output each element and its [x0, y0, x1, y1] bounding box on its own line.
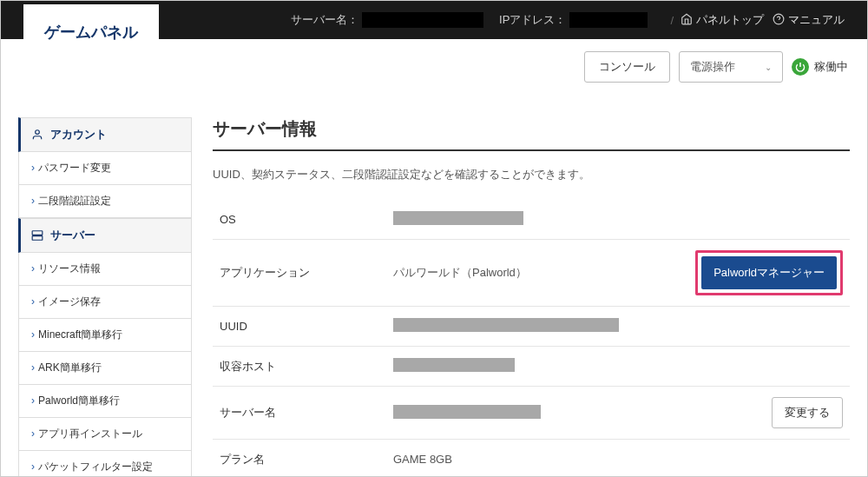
server-icon [31, 229, 43, 242]
svg-rect-4 [32, 231, 43, 235]
row-host: 収容ホスト [213, 347, 850, 387]
app-label: アプリケーション [220, 265, 393, 281]
app-value: パルワールド（Palworld） [393, 265, 695, 281]
sidebar: アカウント ›パスワード変更 ›二段階認証設定 サーバー ›リソース情報 ›イメ… [18, 117, 192, 477]
main-content: サーバー情報 UUID、契約ステータス、二段階認証設定などを確認することができま… [213, 117, 850, 477]
server-name-value-redacted [393, 405, 541, 419]
sidebar-item-packet-filter[interactable]: ›パケットフィルター設定 [18, 451, 192, 477]
sidebar-item-2fa[interactable]: ›二段階認証設定 [18, 185, 192, 218]
os-value-redacted [393, 211, 523, 225]
row-os: OS [213, 200, 850, 240]
plan-label: プラン名 [220, 452, 393, 467]
power-on-icon [792, 58, 809, 76]
logo: ゲームパネル [23, 4, 159, 60]
uuid-value-redacted [393, 318, 619, 332]
home-icon [681, 13, 693, 28]
separator: / [670, 14, 674, 27]
power-select[interactable]: 電源操作 ⌄ [679, 51, 783, 83]
svg-rect-5 [32, 236, 43, 241]
server-name-label: サーバー名： [291, 12, 358, 28]
ip-label: IPアドレス： [499, 12, 566, 28]
row-server-name: サーバー名 変更する [213, 387, 850, 440]
server-name-row-label: サーバー名 [220, 405, 393, 421]
palworld-manager-button[interactable]: Palworldマネージャー [701, 256, 837, 289]
highlight-outline: Palworldマネージャー [695, 250, 843, 295]
user-icon [31, 129, 43, 141]
change-button[interactable]: 変更する [772, 397, 843, 428]
row-plan: プラン名 GAME 8GB [213, 440, 850, 477]
page-description: UUID、契約ステータス、二段階認証設定などを確認することができます。 [213, 167, 850, 182]
status-indicator: 稼働中 [792, 58, 848, 76]
panel-top-link[interactable]: パネルトップ [696, 12, 764, 28]
sidebar-item-reinstall[interactable]: ›アプリ再インストール [18, 418, 192, 451]
svg-point-3 [36, 130, 40, 135]
sidebar-item-minecraft[interactable]: ›Minecraft簡単移行 [18, 319, 192, 352]
chevron-down-icon: ⌄ [765, 63, 772, 72]
manual-link[interactable]: マニュアル [788, 12, 845, 28]
sidebar-item-resource[interactable]: ›リソース情報 [18, 253, 192, 286]
uuid-label: UUID [220, 320, 393, 333]
sidebar-item-password[interactable]: ›パスワード変更 [18, 152, 192, 185]
sidebar-item-ark[interactable]: ›ARK簡単移行 [18, 352, 192, 385]
host-value-redacted [393, 358, 515, 372]
sidebar-header-server: サーバー [18, 218, 192, 253]
host-label: 収容ホスト [220, 359, 393, 374]
sidebar-item-image-save[interactable]: ›イメージ保存 [18, 286, 192, 319]
server-name-value-redacted [362, 12, 483, 28]
sidebar-item-palworld[interactable]: ›Palworld簡単移行 [18, 385, 192, 418]
page-title: サーバー情報 [213, 117, 850, 151]
ip-value-redacted [569, 12, 648, 28]
sidebar-header-account: アカウント [18, 117, 192, 152]
row-uuid: UUID [213, 307, 850, 347]
console-button[interactable]: コンソール [584, 51, 670, 83]
row-application: アプリケーション パルワールド（Palworld） Palworldマネージャー [213, 240, 850, 307]
help-icon [773, 13, 785, 28]
power-select-label: 電源操作 [690, 59, 735, 75]
top-header: ゲームパネル サーバー名： IPアドレス： / パネルトップ マニュアル [1, 1, 867, 39]
status-text: 稼働中 [814, 59, 848, 75]
plan-value: GAME 8GB [393, 453, 843, 466]
os-label: OS [220, 213, 393, 226]
